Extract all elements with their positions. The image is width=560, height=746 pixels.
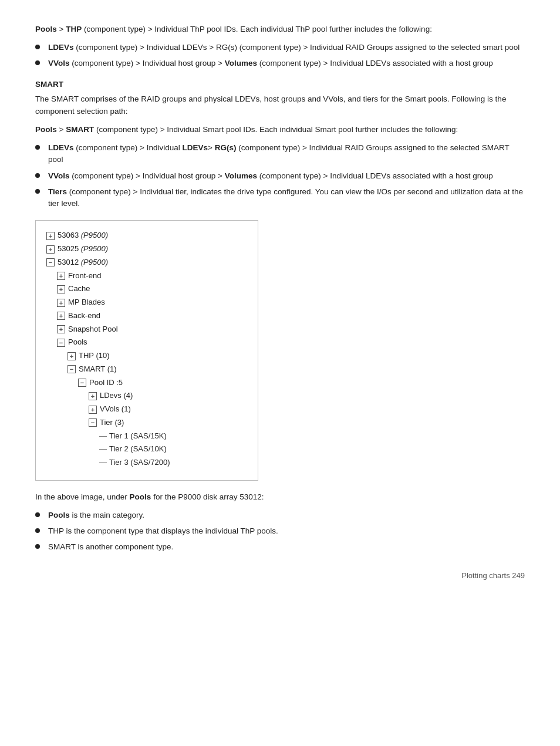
list-item: Tiers (component type) > Individual tier… [35, 186, 525, 210]
footer-text: Plotting charts 249 [461, 571, 525, 580]
tree-toggle-expand: + [89, 392, 97, 400]
tree-node-vvols: + VVols (1) [46, 403, 247, 416]
tree-toggle-expand: + [46, 245, 55, 254]
bullet-list-1: LDEVs (component type) > Individual LDEV… [35, 42, 525, 70]
tree-node-53012: − 53012 (P9500) [46, 256, 247, 269]
list-item-text: LDEVs (component type) > Individual LDEV… [48, 142, 525, 166]
bullet-icon [35, 45, 40, 49]
bullet-icon [35, 189, 40, 194]
tree-node-53063: + 53063 (P9500) [46, 229, 247, 242]
tree-label: Back-end [68, 309, 100, 323]
list-item: SMART is another component type. [35, 541, 525, 553]
bullet-icon [35, 60, 40, 65]
tree-label: 53063 (P9500) [58, 229, 108, 242]
tree-toggle-expand: + [57, 312, 65, 320]
tree-node-mpblades: + MP Blades [46, 296, 247, 309]
list-item-text: VVols (component type) > Individual host… [48, 58, 493, 69]
tree-toggle-expand: + [57, 272, 65, 280]
bullet-icon [35, 528, 40, 533]
list-item: VVols (component type) > Individual host… [35, 170, 525, 182]
tree-node-ldevs: + LDevs (4) [46, 389, 247, 403]
tree-label: VVols (1) [100, 403, 131, 416]
list-item-text: Tiers (component type) > Individual tier… [48, 186, 525, 210]
smart-bold: SMART [66, 125, 94, 134]
bullet-icon [35, 512, 40, 517]
tree-label: Snapshot Pool [68, 323, 118, 336]
page-footer: Plotting charts 249 [35, 571, 525, 580]
tree-label: Pool ID :5 [89, 376, 123, 390]
tree-label: 53025 (P9500) [58, 242, 108, 256]
tree-node-poolid5: − Pool ID :5 [46, 376, 247, 390]
tree-leaf-indicator [99, 430, 109, 443]
tree-label: SMART (1) [79, 363, 117, 376]
tree-toggle-collapse: − [57, 339, 65, 347]
pools-bold2: Pools [35, 125, 57, 134]
tree-diagram: + 53063 (P9500) + 53025 (P9500) − 53012 … [35, 220, 258, 481]
tree-toggle-collapse: − [89, 418, 97, 427]
list-item-text: VVols (component type) > Individual host… [48, 170, 493, 182]
thp-bold: THP [66, 25, 82, 33]
tree-toggle-expand: + [57, 299, 65, 307]
list-item: LDEVs (component type) > Individual LDEV… [35, 142, 525, 166]
tree-toggle-expand: + [57, 325, 65, 333]
pools-bold: Pools [35, 25, 57, 33]
tree-node-cache: + Cache [46, 282, 247, 296]
tree-node-backend: + Back-end [46, 309, 247, 323]
tree-label: Tier 1 (SAS/15K) [109, 430, 167, 443]
list-item-text: Pools is the main category. [48, 509, 144, 521]
tree-node-frontend: + Front-end [46, 269, 247, 283]
list-item-text: THP is the component type that displays … [48, 525, 278, 537]
tree-toggle-collapse: − [46, 258, 55, 266]
bullet-icon [35, 145, 40, 150]
smart-heading: SMART [35, 80, 525, 89]
tree-label: 53012 (P9500) [58, 256, 108, 269]
tree-leaf-indicator [99, 443, 109, 456]
tree-label: Tier 2 (SAS/10K) [109, 443, 167, 456]
tree-label: MP Blades [68, 296, 105, 309]
tree-label: Cache [68, 282, 90, 296]
smart-description: The SMART comprises of the RAID groups a… [35, 93, 525, 118]
tree-node-53025: + 53025 (P9500) [46, 242, 247, 256]
tree-label: Tier 3 (SAS/7200) [109, 456, 170, 470]
tree-toggle-expand: + [57, 285, 65, 293]
list-item: THP is the component type that displays … [35, 525, 525, 537]
tree-toggle-collapse: − [78, 379, 86, 387]
tree-node-tier1: Tier 1 (SAS/15K) [46, 430, 247, 443]
tree-node-pools: − Pools [46, 336, 247, 349]
tree-leaf-indicator [99, 456, 109, 470]
tree-label: THP (10) [79, 349, 110, 363]
smart-path: Pools > SMART (component type) > Individ… [35, 124, 525, 136]
list-item: LDEVs (component type) > Individual LDEV… [35, 42, 525, 53]
intro-paragraph: Pools > THP (component type) > Individua… [35, 23, 525, 36]
tree-node-tier: − Tier (3) [46, 416, 247, 430]
tree-node-snapshot-pool: + Snapshot Pool [46, 323, 247, 336]
tree-node-thp: + THP (10) [46, 349, 247, 363]
intro-rest: (component type) > Individual ThP pool I… [82, 25, 432, 33]
tree-label: Pools [68, 336, 87, 349]
tree-node-tier2: Tier 2 (SAS/10K) [46, 443, 247, 456]
intro-sep1: > [57, 25, 66, 33]
summary-paragraph: In the above image, under Pools for the … [35, 491, 525, 504]
list-item: VVols (component type) > Individual host… [35, 58, 525, 69]
tree-label: LDevs (4) [100, 389, 133, 403]
list-item-text: LDEVs (component type) > Individual LDEV… [48, 42, 519, 53]
bullet-list-3: Pools is the main category. THP is the c… [35, 509, 525, 553]
pools-bold3: Pools [130, 492, 151, 501]
tree-node-smart: − SMART (1) [46, 363, 247, 376]
tree-toggle-expand: + [89, 406, 97, 414]
list-item: Pools is the main category. [35, 509, 525, 521]
tree-toggle-expand: + [68, 352, 76, 360]
tree-node-tier3: Tier 3 (SAS/7200) [46, 456, 247, 470]
bullet-icon [35, 544, 40, 549]
bullet-list-2: LDEVs (component type) > Individual LDEV… [35, 142, 525, 210]
bullet-icon [35, 173, 40, 178]
tree-toggle-expand: + [46, 232, 55, 240]
tree-toggle-collapse: − [68, 365, 76, 373]
tree-label: Tier (3) [100, 416, 124, 430]
tree-label: Front-end [68, 269, 101, 283]
list-item-text: SMART is another component type. [48, 541, 173, 553]
